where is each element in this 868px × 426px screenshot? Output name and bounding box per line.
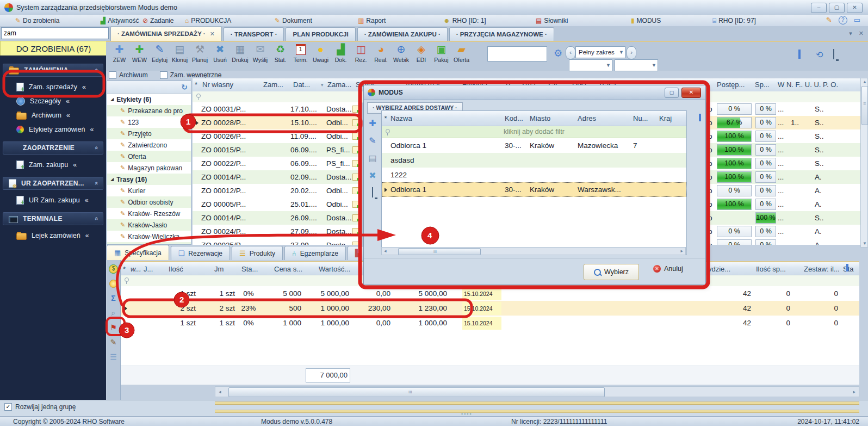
refresh-icon[interactable]: ⟲	[816, 50, 823, 60]
order-row-right[interactable]: o 100 % 0 % ... A.	[708, 197, 860, 211]
sidebar-item[interactable]: UR ZAOPATRZEN... «	[3, 177, 103, 190]
toolbar-search-input[interactable]	[487, 46, 547, 61]
quick-search-input[interactable]	[1, 27, 109, 39]
tab-list-close-icon[interactable]: ✕	[859, 30, 864, 37]
menu-item[interactable]: ▮ MODUS	[631, 16, 661, 26]
scrollbar-thumb[interactable]	[228, 387, 605, 397]
checkbox-box[interactable]	[160, 71, 168, 79]
menu-item[interactable]: ⊘ Zadanie	[142, 16, 173, 26]
feedback-icon[interactable]: ▭	[854, 16, 860, 24]
col-nr-wlasny[interactable]: Nr własny	[202, 81, 233, 89]
checkbox-box[interactable]: ✓	[4, 403, 12, 411]
document-tab[interactable]: · PRZYJĘCIA MAGAZYNOWE · ✕	[449, 27, 554, 41]
col-wydzie[interactable]: ydzie...	[708, 265, 730, 273]
col-nazwa[interactable]: Nazwa	[389, 114, 505, 122]
order-row[interactable]: ZO 00012/P... 20.02.... Odbi...	[193, 184, 361, 197]
collapse-chevron-icon[interactable]: «	[94, 217, 100, 220]
detail-strip-icon[interactable]: ☰	[110, 353, 117, 361]
col-select[interactable]: *	[195, 81, 197, 89]
toolbar-button[interactable]: ♻ Stat.	[270, 43, 290, 69]
edit-address-icon[interactable]: ✎	[369, 135, 376, 146]
detail-strip-icon[interactable]: Σ	[111, 294, 115, 302]
tree-expand-icon[interactable]: ◢	[110, 177, 114, 182]
menu-item[interactable]: ▤ Słowniki	[536, 16, 568, 26]
toolbar-button[interactable]: ▤ Klonuj	[170, 43, 190, 69]
toolbar-button[interactable]: ✉ Wyślij	[250, 43, 270, 69]
scrollbar-thumb[interactable]	[861, 86, 868, 125]
col-zestaw[interactable]: Zestaw: il...	[804, 265, 840, 273]
detail-tab[interactable]: ❏ Rezerwacje	[171, 246, 230, 260]
spec-grid-horizontal-scrollbar[interactable]: ◂ ▸	[215, 386, 859, 397]
collapse-chevron-icon[interactable]: «	[90, 126, 94, 133]
collapse-chevron-icon[interactable]: «	[73, 161, 77, 169]
toolbar-button[interactable]: ⚒ Planuj	[190, 43, 210, 69]
tree-expand-icon[interactable]: ◢	[110, 97, 114, 102]
toolbar-button[interactable]: ● Uwagi	[311, 43, 331, 69]
sidebar-item[interactable]: Archiwum «	[0, 108, 106, 122]
detail-tab[interactable]: ☰ Produkty	[232, 246, 283, 260]
document-tab[interactable]: · TRANSPORT · ✕	[224, 27, 284, 41]
add-address-icon[interactable]: ✚	[369, 118, 376, 128]
dialog-horizontal-scrollbar[interactable]: ◂ ▸	[381, 247, 686, 255]
sidebar-item[interactable]: TERMINALE «	[3, 212, 103, 225]
order-row[interactable]: ZO 00031/P... 17.10.... Dosta...	[193, 102, 361, 116]
toolbar-button[interactable]: ✚ ZEW	[109, 43, 129, 69]
order-row[interactable]: ZO 00015/P... 06.09.... PS_fi...	[193, 143, 361, 157]
column-chooser-icon[interactable]	[699, 114, 701, 121]
expand-group-checkbox[interactable]: ✓ Rozwijaj jedną grupę	[4, 403, 76, 411]
minimize-button[interactable]: –	[811, 3, 827, 13]
tree-node[interactable]: ◢ ✎ Przekazane do pro	[107, 105, 191, 116]
col-adres[interactable]: Adres	[578, 114, 633, 122]
brush-icon[interactable]: ✎	[826, 16, 832, 24]
col-sta[interactable]: Sta...	[241, 265, 258, 273]
order-row[interactable]: ZO 00005/P... 25.01.... Odbi...	[193, 197, 361, 211]
sidebar-item[interactable]: ZAOPATRZENIE «	[3, 141, 103, 155]
toolbar-button[interactable]: ▣ Pakuj	[431, 43, 451, 69]
toolbar-button[interactable]: ▦ Drukuj	[230, 43, 250, 69]
collapse-chevron-icon[interactable]: «	[82, 83, 86, 91]
toolbar-button[interactable]: 1 Term.	[290, 43, 311, 69]
sidebar-item[interactable]: Etykiety zamówień «	[0, 122, 106, 137]
collapse-chevron-icon[interactable]: «	[94, 146, 100, 150]
close-button[interactable]: ✕	[847, 3, 863, 13]
menu-item[interactable]: ✎ Do zrobienia	[15, 16, 59, 26]
toolbar-button[interactable]: ▰ Oferta	[451, 43, 472, 69]
order-row-right[interactable]: o 67 % 0 % ... 1.. S..	[708, 116, 860, 129]
sidebar-item[interactable]: Zam. sprzedaży «	[0, 80, 106, 94]
sidebar-item[interactable]: UR Zam. zakupu «	[0, 193, 106, 207]
order-row[interactable]: ZO 00025/P... 27.09.... Dosta...	[193, 238, 361, 245]
order-row[interactable]: ZO 00014/P... 26.09.... Dosta...	[193, 211, 361, 225]
refresh-icon[interactable]: ↻	[181, 83, 188, 91]
detail-tab[interactable]: ⑃ Egzemplarze	[284, 246, 346, 260]
toolbar-button[interactable]: ⊕ Webik	[391, 43, 411, 69]
document-tab[interactable]: · ZAMÓWIENIA ZAKUPU · ✕	[357, 27, 448, 41]
tree-node[interactable]: ◢ ✎ Oferta	[107, 151, 191, 162]
tree-node[interactable]: ◢ ✎ Kraków- Rzeszów	[107, 208, 191, 219]
column-list-icon[interactable]	[798, 50, 801, 59]
column-chooser-icon[interactable]	[846, 264, 848, 271]
tree-node[interactable]: ◢ ✎ 123	[107, 116, 191, 128]
col-kod[interactable]: Kod...	[505, 114, 530, 122]
spec-row[interactable]: 1 szt 1 szt 0% 5 000 5 000,00 0,00 5 000…	[121, 286, 859, 301]
order-row-right[interactable]: o 100 % 0 % ... S..	[708, 143, 860, 157]
filter-select-2[interactable]: ▼	[615, 59, 658, 71]
toolbar-checkbox[interactable]: Archiwum	[109, 71, 148, 79]
order-row-right[interactable]: o 100 % 0 % ... S..	[708, 129, 860, 143]
monitor-icon[interactable]	[833, 50, 834, 59]
tree-node[interactable]: ◢ ✎ Przyjęto	[107, 128, 191, 139]
tree-node[interactable]: ◢ ✎ Zatwierdzono	[107, 139, 191, 151]
menu-item[interactable]: ⌸ RHO [ID: 97]	[712, 16, 756, 26]
order-row[interactable]: ZO 00022/P... 06.09.... PS_fi...	[193, 157, 361, 170]
order-row-right[interactable]: o 100 % ... S..	[708, 211, 860, 225]
detail-strip-icon[interactable]: ✎	[110, 338, 117, 347]
col-zama[interactable]: Zama...	[327, 81, 351, 89]
sidebar-item[interactable]: Lejek zamówień «	[0, 229, 106, 243]
col-select[interactable]: *	[382, 114, 389, 122]
dialog-close-button[interactable]: ✕	[681, 88, 701, 98]
address-filter-row[interactable]: kliknij aby dodać filtr	[382, 126, 686, 138]
menu-item[interactable]: ▥ Raport	[358, 16, 386, 26]
sidebar-item[interactable]: Szczegóły «	[0, 94, 106, 108]
col-postep[interactable]: Postęp...	[717, 81, 745, 89]
collapse-chevron-icon[interactable]: «	[85, 232, 89, 239]
tree-node[interactable]: ◢ ✎ Magazyn pakowan	[107, 162, 191, 174]
